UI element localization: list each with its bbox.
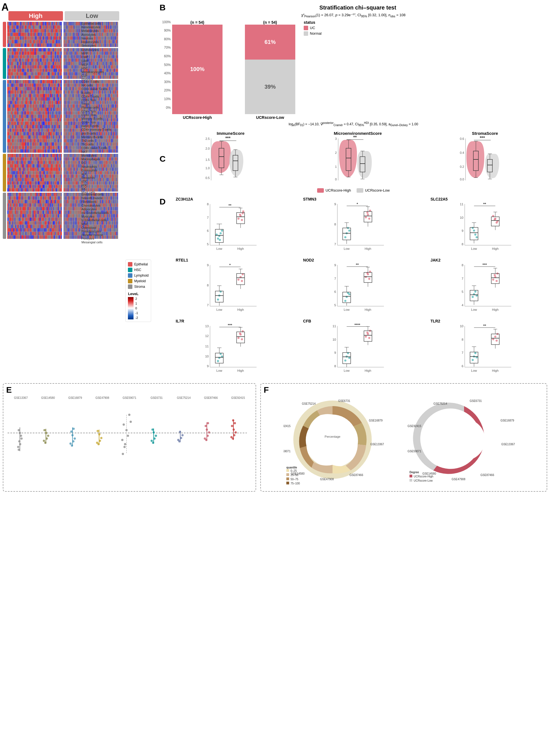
- svg-point-162: [237, 279, 239, 281]
- boxplot-stmn3: STMN3 9 8 7: [295, 197, 420, 256]
- heatmap-header: High Low: [8, 11, 154, 21]
- svg-point-98: [348, 230, 351, 232]
- heatmap-high-label: High: [8, 11, 63, 21]
- svg-point-339: [72, 428, 75, 430]
- svg-point-251: [239, 332, 241, 335]
- y-axis: 100% 90% 80% 70% 60% 50% 40% 30% 20% 10%…: [159, 20, 171, 110]
- e-label-gse14580: GSE14580: [35, 396, 61, 399]
- boxplot-tlr2-svg: 10 8 7 6: [422, 323, 547, 376]
- svg-point-307: [492, 338, 494, 340]
- level-tick-n1: -1: [135, 311, 138, 315]
- strip-gse6731: [150, 428, 157, 444]
- cell-label: Astrocytes: [81, 33, 154, 37]
- svg-point-352: [123, 446, 126, 448]
- panel-f-inner: Percentage GSE6731 GSE16879 GSE13367 GSE…: [265, 396, 542, 487]
- strip-gse92415: [230, 419, 237, 440]
- bar-low: (n = 54) 39% 61% UCRscore-Low: [245, 20, 295, 120]
- e-label-gse75214: GSE75214: [170, 396, 197, 399]
- svg-text:High: High: [237, 247, 244, 250]
- svg-text:GSE6731: GSE6731: [470, 399, 482, 402]
- boxplot-il7r: IL7R 13 12 11 10 9: [167, 319, 293, 378]
- cell-label: Adipocytes: [81, 208, 154, 211]
- cell-label: Preadipocytes: [81, 230, 154, 233]
- cell-label: CMP: [81, 55, 154, 59]
- status-legend-title: status: [304, 20, 322, 25]
- svg-text:High: High: [365, 308, 371, 311]
- svg-point-379: [234, 422, 236, 424]
- boxplot-tlr2: TLR2 10 8 7 6: [422, 319, 547, 378]
- e-label-gse13367: GSE13367: [8, 396, 34, 399]
- svg-point-268: [347, 352, 349, 354]
- svg-rect-412: [410, 475, 412, 477]
- svg-text:GSE47908: GSE47908: [452, 478, 465, 481]
- svg-text:9: 9: [207, 263, 208, 267]
- violin-stroma-svg: 0.6 0.4 0.2 0.0: [423, 136, 547, 186]
- level-tick-2: 2: [135, 297, 138, 300]
- svg-text:3: 3: [335, 137, 337, 140]
- sidebar-lymphoid: [3, 80, 6, 153]
- ytick-30: 30%: [164, 80, 171, 84]
- svg-text:8: 8: [462, 263, 463, 267]
- svg-text:***: ***: [227, 323, 232, 327]
- svg-text:Degree: Degree: [410, 471, 419, 474]
- heatmap-blocks-myeloid: [7, 154, 80, 192]
- svg-point-305: [494, 336, 497, 338]
- bar-low-normal-label: 39%: [264, 84, 276, 90]
- svg-point-126: [472, 227, 474, 229]
- panel-f-right-chart: GSE6731 GSE16879 GSE13367 GSE87466 GSE47…: [407, 396, 524, 487]
- svg-rect-155: [215, 291, 223, 302]
- svg-text:6: 6: [207, 229, 208, 232]
- svg-text:GSE13367: GSE13367: [370, 443, 384, 446]
- ytick-90: 90%: [164, 29, 171, 32]
- sidebar-stroma: [3, 193, 6, 239]
- heatmap-section-myeloid: Monocytes Macrophages DC Neutrophils Eos…: [3, 154, 154, 192]
- cell-label: iDC: [81, 187, 154, 191]
- legend-label-epithelial: Epithelial: [134, 262, 148, 266]
- cell-label: Fibroblasts: [81, 200, 154, 204]
- level-ticks: 2 1 0 -1 -2: [135, 297, 138, 319]
- cell-label: Megakaryocytes: [81, 70, 154, 74]
- legend-color-lymphoid: [128, 273, 132, 278]
- svg-point-270: [348, 357, 351, 359]
- svg-text:Low: Low: [471, 369, 477, 372]
- cell-label: Eosinophils: [81, 169, 154, 172]
- svg-text:GSE59071: GSE59071: [408, 450, 421, 453]
- panel-b-subtitle: χ²Pearson(1) = 26.07, p = 3.29e⁻⁰⁷, CI95…: [159, 13, 547, 18]
- svg-text:11: 11: [460, 202, 464, 206]
- bar-high-n: (n = 54): [190, 20, 204, 25]
- cell-label: Hepatocytes: [81, 40, 154, 44]
- boxplot-jak2-svg: 8 7 5 4: [422, 262, 547, 315]
- strip-gse16879: [69, 427, 76, 447]
- heatmap-blocks-stroma: [7, 193, 80, 239]
- svg-point-345: [97, 430, 99, 432]
- boxplot-rtel1-title: RTEL1: [176, 258, 293, 262]
- status-color-normal: [304, 31, 308, 36]
- svg-point-350: [124, 443, 126, 445]
- violin-microenv-svg: 3 2 1 0: [296, 136, 420, 186]
- svg-point-154: [217, 298, 219, 301]
- svg-text:*: *: [229, 263, 231, 267]
- strip-gse47908: [96, 430, 102, 445]
- cell-label: ly Endothelial cells: [81, 218, 154, 222]
- cell-label: Melanocytes: [81, 29, 154, 33]
- status-legend-normal: Normal: [304, 31, 322, 36]
- violin-immunescore: ImmuneScore 2.5 2.0 1.5 1.0 0.5: [168, 131, 293, 187]
- svg-text:Low: Low: [471, 308, 477, 311]
- svg-text:**: **: [353, 136, 357, 140]
- level-tick-0: 0: [135, 307, 138, 310]
- svg-point-220: [495, 280, 498, 282]
- cell-label: DC: [81, 161, 154, 165]
- cell-label: HSC: [81, 67, 154, 70]
- svg-text:10: 10: [460, 324, 464, 328]
- svg-text:7: 7: [462, 351, 463, 354]
- bar-low-n: (n = 54): [263, 20, 277, 25]
- panel-a-label: A: [1, 1, 9, 13]
- svg-text:Low: Low: [344, 369, 350, 372]
- legend-label-stroma: Stroma: [134, 285, 145, 289]
- panel-e-label: E: [6, 385, 12, 395]
- legend-c-high-color: [317, 188, 324, 193]
- boxplot-stmn3-svg: 9 8 7: [295, 201, 420, 255]
- cell-label: CD4+ T-cells: [81, 95, 154, 98]
- cell-label: MSC: [81, 222, 154, 226]
- panel-e-svg: [8, 399, 247, 467]
